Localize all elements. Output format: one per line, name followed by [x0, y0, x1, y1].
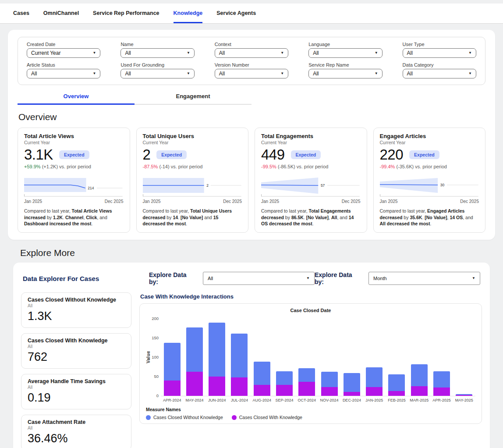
bar-segment-without-knowledge[interactable] — [411, 364, 428, 386]
bar-segment-with-knowledge[interactable] — [366, 387, 383, 396]
filter-select-version-number[interactable]: All▼ — [215, 69, 288, 78]
legend-item: Cases Closed With Knowledge — [232, 415, 302, 420]
bar-segment-without-knowledge[interactable] — [366, 367, 383, 387]
bar-segment-with-knowledge[interactable] — [456, 395, 472, 396]
bar-segment-with-knowledge[interactable] — [231, 377, 248, 396]
chevron-down-icon: ▼ — [187, 51, 190, 55]
x-axis-label: JUL-2024 — [228, 398, 251, 402]
bar-segment-with-knowledge[interactable] — [164, 380, 181, 396]
bar-segment-without-knowledge[interactable] — [276, 371, 293, 385]
x-axis-label: AUG-2024 — [251, 398, 273, 402]
y-tick-label: 50 — [154, 374, 159, 379]
kpi-card-total-engagements: Total Engagements Current Year 449 Expec… — [255, 128, 367, 233]
bar-column — [183, 327, 205, 396]
bar-segment-without-knowledge[interactable] — [344, 373, 360, 392]
filter-select-service-rep-name[interactable]: All▼ — [308, 69, 382, 78]
kpi-title: Case Attachment Rate — [28, 419, 125, 425]
bar-segment-without-knowledge[interactable] — [186, 327, 203, 371]
spark-x-start: Jan 2025 — [261, 199, 279, 204]
filter-value: All — [407, 71, 413, 77]
kpi-card-cases-closed-without-knowledge: Cases Closed Without Knowledge All 1.3K — [21, 292, 131, 328]
bar-segment-without-knowledge[interactable] — [231, 334, 248, 377]
kpi-scope: All — [28, 303, 125, 308]
bar-segment-with-knowledge[interactable] — [321, 387, 338, 396]
nav-tab-omnichannel[interactable]: OmniChannel — [43, 10, 79, 23]
spark-x-start: Jan 2025 — [24, 199, 42, 204]
legend-dot-icon — [146, 415, 151, 420]
delta-detail: (+1.2K) vs. prior period — [41, 164, 91, 169]
chart-title-knowledge-interactions: Case With Knowledge Interactions — [140, 293, 482, 300]
bar-segment-without-knowledge[interactable] — [433, 371, 450, 388]
kpi-period: Current Year — [24, 140, 124, 145]
bar-segment-with-knowledge[interactable] — [254, 385, 270, 396]
tab-engagement[interactable]: Engagement — [135, 93, 252, 105]
filter-select-created-date[interactable]: Current Year▼ — [27, 48, 100, 58]
filter-select-context[interactable]: All▼ — [215, 48, 288, 58]
filter-select-language[interactable]: All▼ — [308, 48, 382, 58]
filter-select-user-type[interactable]: All▼ — [403, 48, 476, 58]
filter-select-article-status[interactable]: All▼ — [27, 69, 100, 78]
bar-column — [363, 367, 386, 396]
nav-tab-service-rep-performance[interactable]: Service Rep Performance — [93, 10, 159, 23]
filter-created-date: Created Date Current Year▼ — [27, 42, 100, 58]
kpi-footnote: Compared to last year, Total Engagements… — [261, 208, 361, 227]
filter-select-used-for-grounding[interactable]: All▼ — [120, 69, 194, 78]
bar-segment-without-knowledge[interactable] — [209, 323, 225, 377]
sparkline-chart: 57 — [261, 174, 361, 198]
bar-column — [430, 371, 453, 396]
kpi-value: 1.3K — [28, 309, 125, 323]
nav-tab-cases[interactable]: Cases — [13, 10, 29, 23]
filter-value: All — [219, 71, 225, 77]
kpi-title: Total Unique Users — [143, 133, 242, 139]
x-axis-label: MAR-2025 — [408, 398, 430, 402]
filter-value: Current Year — [31, 50, 60, 56]
tab-overview[interactable]: Overview — [18, 93, 135, 105]
bar-segment-with-knowledge[interactable] — [298, 382, 315, 396]
kpi-value: 0.19 — [28, 391, 125, 405]
expected-badge: Expected — [409, 150, 439, 159]
x-axis-label: SEP-2024 — [273, 398, 295, 402]
kpi-footnote: Compared to last year, Total Article Vie… — [24, 208, 124, 227]
chart-inner-title: Case Closed Date — [146, 308, 475, 313]
chart-legend: Cases Closed Without KnowledgeCases Clos… — [146, 415, 475, 420]
filter-select-name[interactable]: All▼ — [120, 48, 194, 58]
bar-segment-without-knowledge[interactable] — [388, 374, 405, 391]
kpi-card-engaged-articles: Engaged Articles Current Year 220 Expect… — [373, 128, 486, 233]
filter-label: User Type — [403, 42, 476, 47]
bar-segment-with-knowledge[interactable] — [186, 372, 203, 396]
kpi-value: 220 — [380, 146, 404, 163]
y-tick-label: 0 — [156, 393, 159, 398]
bar-segment-without-knowledge[interactable] — [164, 343, 181, 380]
bar-column — [453, 394, 475, 396]
kpi-delta: -99.4% (-35.6K) vs. prior period — [380, 164, 479, 169]
spark-x-start: Jan 2025 — [143, 199, 161, 204]
bar-segment-with-knowledge[interactable] — [433, 388, 450, 396]
expected-badge: Expected — [291, 150, 321, 159]
bar-segment-with-knowledge[interactable] — [388, 391, 405, 396]
bar-segment-with-knowledge[interactable] — [344, 392, 360, 396]
bar-segment-with-knowledge[interactable] — [209, 377, 225, 396]
bar-segment-without-knowledge[interactable] — [298, 368, 315, 382]
kpi-footnote: Compared to last year, Total Unique User… — [143, 208, 242, 227]
explore-data-by-select-period[interactable]: Month▼ — [368, 272, 480, 285]
kpi-period: Current Year — [380, 140, 479, 145]
bar-segment-with-knowledge[interactable] — [276, 385, 293, 396]
nav-tab-service-agents[interactable]: Service Agents — [216, 10, 256, 23]
kpi-scope: All — [28, 426, 125, 430]
filter-data-category: Data Category All▼ — [403, 62, 476, 78]
bar-segment-with-knowledge[interactable] — [411, 386, 428, 396]
delta-percent: +59.9% — [24, 164, 41, 169]
explore-data-by-select-dimension[interactable]: All▼ — [203, 272, 315, 285]
filter-select-data-category[interactable]: All▼ — [403, 69, 476, 78]
kpi-title: Cases Closed With Knowledge — [28, 338, 125, 344]
bar-segment-without-knowledge[interactable] — [321, 372, 338, 387]
kpi-value: 449 — [261, 146, 285, 163]
bar-column — [206, 323, 228, 396]
nav-tab-knowledge[interactable]: Knowledge — [174, 10, 203, 23]
bar-segment-without-knowledge[interactable] — [254, 362, 270, 385]
filter-label: Article Status — [27, 62, 100, 68]
chevron-down-icon: ▼ — [187, 72, 190, 75]
x-axis-label: APR-2024 — [161, 398, 183, 402]
delta-percent: -99.5% — [261, 164, 276, 169]
select-value: All — [208, 276, 213, 281]
